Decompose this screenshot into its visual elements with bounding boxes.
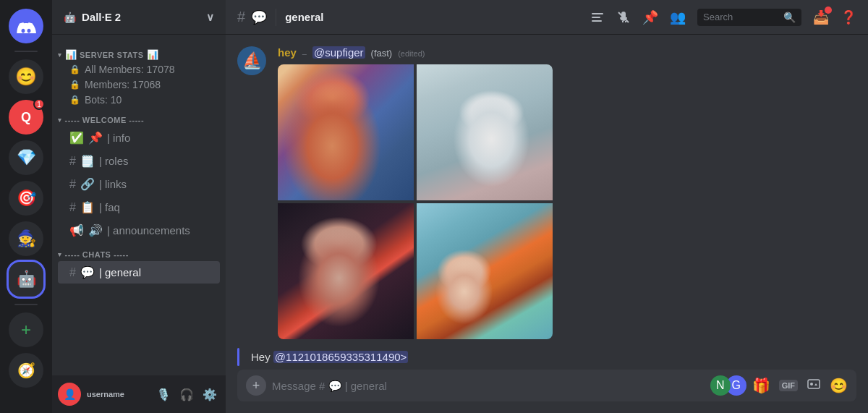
ai-image-grid bbox=[278, 64, 553, 339]
server-dropdown-arrow: ∨ bbox=[206, 11, 214, 24]
message-input-container: + N G 🎁 GIF 😊 bbox=[237, 370, 856, 401]
search-icon: 🔍 bbox=[783, 12, 796, 23]
message-avatar[interactable]: ⛵ bbox=[237, 46, 266, 75]
ai-image-2 bbox=[417, 64, 553, 200]
mute-channel-icon[interactable] bbox=[616, 10, 631, 25]
help-icon[interactable]: ❓ bbox=[841, 9, 856, 25]
main-content: # 💬 general 📌 👥 Search bbox=[226, 0, 868, 413]
nitro-icons: N G bbox=[710, 375, 746, 396]
search-placeholder: Search bbox=[703, 12, 779, 22]
ai-image-4 bbox=[417, 203, 553, 339]
server-icon-target[interactable]: 🎯 bbox=[9, 181, 43, 216]
gift-icon[interactable]: 🎁 bbox=[752, 377, 770, 394]
server-divider bbox=[14, 51, 38, 52]
server-icon-dalle[interactable]: 🤖 bbox=[9, 262, 43, 297]
channel-general-label: | general bbox=[99, 266, 141, 278]
message-mention[interactable]: @supfiger bbox=[312, 46, 365, 59]
channel-general[interactable]: # 💬 | general bbox=[58, 261, 220, 284]
channel-roles-label: | roles bbox=[99, 155, 129, 167]
message-header: hey – @supfiger (fast) (edited) bbox=[278, 46, 856, 59]
channel-info-label: | info bbox=[107, 132, 130, 144]
top-bar-divider bbox=[276, 9, 276, 26]
channel-sidebar: 🤖 Dall·E 2 ∨ ▾ 📊 SERVER STATS 📊 🔒 All Me… bbox=[52, 0, 226, 413]
search-bar[interactable]: Search 🔍 bbox=[697, 9, 801, 26]
explore-button[interactable]: 🧭 bbox=[9, 353, 43, 388]
category-emoji-after: 📊 bbox=[147, 49, 159, 60]
channel-info[interactable]: ✅ 📌 | info bbox=[58, 127, 220, 149]
partial-text: Hey bbox=[251, 351, 273, 363]
attachment-button[interactable]: + bbox=[246, 375, 266, 396]
category-chats[interactable]: ▾ ----- CHATS ----- bbox=[52, 247, 226, 260]
sticker-icon[interactable] bbox=[807, 378, 821, 393]
settings-button[interactable]: ⚙️ bbox=[200, 384, 220, 404]
message-input[interactable] bbox=[272, 380, 705, 392]
gif-button[interactable]: GIF bbox=[779, 380, 798, 391]
server-name-icon: 🤖 bbox=[64, 12, 76, 23]
channel-roles[interactable]: # 🗒️ | roles bbox=[58, 150, 220, 172]
emoji-button[interactable]: 😊 bbox=[830, 377, 848, 394]
deafen-button[interactable]: 🎧 bbox=[176, 384, 197, 404]
channel-announcements[interactable]: 📢 🔊 | announcements bbox=[58, 219, 220, 242]
roles-emoji: 🗒️ bbox=[80, 154, 95, 168]
announce-speaker: 🔊 bbox=[88, 223, 103, 237]
category-label-chats: ----- CHATS ----- bbox=[65, 250, 129, 259]
message-edited: (edited) bbox=[398, 49, 425, 58]
stat-all-members: 🔒 All Members: 17078 bbox=[58, 62, 220, 77]
channel-faq[interactable]: # 📋 | faq bbox=[58, 196, 220, 218]
pins-icon[interactable]: 📌 bbox=[642, 9, 658, 25]
faq-emoji: 📋 bbox=[80, 200, 95, 214]
partial-message-text: Hey @1121018659335311490> bbox=[251, 348, 856, 366]
category-chats-arrow: ▾ bbox=[58, 251, 62, 258]
user-area: 👤 username 🎙️ 🎧 ⚙️ bbox=[52, 375, 226, 413]
general-emoji: 💬 bbox=[80, 265, 95, 279]
server-icon-smiley[interactable]: 😊 bbox=[9, 59, 43, 94]
message-speed: (fast) bbox=[371, 48, 393, 59]
links-emoji: 🔗 bbox=[80, 177, 95, 191]
hash-icon-links: # bbox=[69, 178, 76, 191]
top-bar-chat-icon: 💬 bbox=[251, 9, 267, 25]
lock-icon-3: 🔒 bbox=[69, 95, 80, 105]
announce-icon: 📢 bbox=[69, 223, 84, 237]
message-author: hey bbox=[278, 46, 297, 59]
server-icon-character[interactable]: 🧙 bbox=[9, 221, 43, 256]
add-server-button[interactable]: + bbox=[9, 312, 43, 347]
svg-rect-4 bbox=[808, 380, 820, 388]
channel-faq-label: | faq bbox=[99, 201, 120, 213]
message-timestamp: – bbox=[302, 49, 307, 58]
partial-mention: @1121018659335311490> bbox=[273, 351, 409, 363]
threads-icon[interactable] bbox=[590, 10, 605, 25]
server-divider-2 bbox=[14, 304, 38, 305]
category-arrow: ▾ bbox=[58, 51, 62, 59]
svg-point-5 bbox=[810, 383, 813, 386]
hash-icon-faq: # bbox=[69, 201, 76, 214]
category-welcome[interactable]: ▾ ----- WELCOME ----- bbox=[52, 113, 226, 126]
server-sidebar: 😊 Q 1 💎 🎯 🧙 🤖 + 🧭 bbox=[0, 0, 52, 413]
top-bar-icons: 📌 👥 Search 🔍 📥 ❓ bbox=[590, 9, 856, 26]
user-avatar: 👤 bbox=[58, 383, 81, 406]
members-icon[interactable]: 👥 bbox=[670, 9, 686, 25]
input-area: + N G 🎁 GIF 😊 bbox=[226, 370, 868, 413]
channel-links[interactable]: # 🔗 | links bbox=[58, 173, 220, 195]
server-icon-q[interactable]: Q 1 bbox=[9, 100, 43, 135]
input-icons: 🎁 GIF 😊 bbox=[752, 377, 848, 394]
stat-all-members-text: All Members: 17078 bbox=[85, 64, 175, 75]
category-label-welcome: ----- WELCOME ----- bbox=[65, 116, 145, 124]
inbox-icon[interactable]: 📥 bbox=[813, 9, 829, 25]
channel-links-label: | links bbox=[99, 178, 127, 190]
mute-button[interactable]: 🎙️ bbox=[153, 384, 174, 404]
ai-image-1 bbox=[278, 64, 414, 200]
hash-icon-general: # bbox=[69, 266, 76, 279]
stat-members-text: Members: 17068 bbox=[85, 79, 161, 90]
category-emoji-before: 📊 bbox=[65, 49, 77, 60]
user-info: username bbox=[87, 390, 148, 399]
server-header[interactable]: 🤖 Dall·E 2 ∨ bbox=[52, 0, 226, 35]
stat-bots-text: Bots: 10 bbox=[85, 94, 122, 106]
svg-rect-0 bbox=[592, 13, 603, 14]
nitro-icon-green[interactable]: N bbox=[710, 375, 731, 396]
server-icon-home[interactable] bbox=[9, 9, 43, 43]
top-bar: # 💬 general 📌 👥 Search bbox=[226, 0, 868, 35]
category-server-stats[interactable]: ▾ 📊 SERVER STATS 📊 bbox=[52, 46, 226, 61]
category-welcome-arrow: ▾ bbox=[58, 116, 62, 124]
user-controls: 🎙️ 🎧 ⚙️ bbox=[153, 384, 220, 404]
server-icon-gem[interactable]: 💎 bbox=[9, 140, 43, 175]
